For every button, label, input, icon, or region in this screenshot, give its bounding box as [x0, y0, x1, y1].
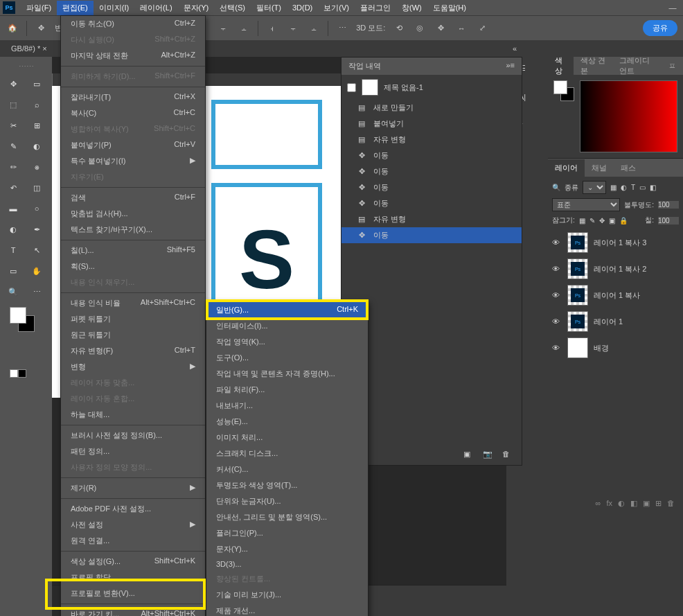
filter-type-icon[interactable]: T — [631, 184, 635, 191]
layer-row[interactable]: 👁배경 — [548, 335, 683, 361]
blend-mode-select[interactable]: 표준 — [552, 198, 620, 211]
visibility-icon[interactable]: 👁 — [552, 265, 562, 273]
tab-gradients[interactable]: 그레이디언트 — [612, 52, 662, 80]
menu-item[interactable]: 특수 붙여넣기(I)▶ — [61, 153, 205, 169]
menu-item[interactable]: 스크래치 디스크... — [206, 446, 368, 461]
menu-item[interactable]: 패턴 정의... — [61, 443, 205, 459]
delete-layer-icon[interactable]: 🗑 — [667, 499, 675, 508]
frame-tool[interactable]: ⊞ — [26, 117, 47, 134]
lock-paint-icon[interactable]: ✎ — [589, 217, 595, 225]
menu-filter[interactable]: 필터(T) — [251, 1, 287, 15]
menu-item[interactable]: 칠(L)...Shift+F5 — [61, 243, 205, 258]
tab-layers[interactable]: 레이어 — [548, 159, 585, 177]
menu-item[interactable]: 이동 취소(O)Ctrl+Z — [61, 16, 205, 32]
lock-artboard-icon[interactable]: ▣ — [609, 217, 615, 225]
menu-item[interactable]: 복사(C)Ctrl+C — [61, 105, 205, 121]
lock-trans-icon[interactable]: ▦ — [579, 217, 585, 225]
stamp-tool[interactable]: ⎈ — [26, 159, 47, 175]
filter-pixel-icon[interactable]: ▦ — [610, 184, 617, 191]
menu-item[interactable]: 브러시 사전 설정 정의(B)... — [61, 428, 205, 443]
group-icon[interactable]: ▣ — [643, 499, 650, 508]
menu-item[interactable]: 커서(C)... — [206, 461, 368, 477]
menu-item[interactable]: 파일 처리(F)... — [206, 382, 368, 398]
opacity-input[interactable] — [658, 201, 679, 209]
menu-item[interactable]: 붙여넣기(P)Ctrl+V — [61, 137, 205, 153]
more-icon[interactable]: ⋯ — [335, 21, 349, 35]
menu-item[interactable]: 자유 변형(F)Ctrl+T — [61, 343, 205, 359]
crop-tool[interactable]: ✂ — [3, 117, 24, 134]
menu-item[interactable]: 사전 설정▶ — [61, 517, 205, 533]
menu-help[interactable]: 도움말(H) — [427, 1, 472, 15]
menu-item[interactable]: 내보내기... — [206, 398, 368, 414]
history-item[interactable]: ✥이동 — [342, 179, 522, 195]
filter-shape-icon[interactable]: ▭ — [639, 184, 646, 191]
history-item[interactable]: ▤자유 변형 — [342, 132, 522, 148]
menu-item[interactable]: 단위와 눈금자(U)... — [206, 493, 368, 509]
3d-slide-icon[interactable]: ↔ — [454, 21, 468, 35]
menu-item[interactable]: 제거(R)▶ — [61, 480, 205, 496]
menu-item[interactable]: 퍼펫 뒤틀기 — [61, 311, 205, 327]
menu-item[interactable]: 원격 연결... — [61, 533, 205, 549]
menu-view[interactable]: 보기(V) — [318, 1, 355, 15]
layer-row[interactable]: 👁레이어 1 복사 — [548, 282, 683, 308]
menu-item[interactable]: 색상 설정(G)...Shift+Ctrl+K — [61, 554, 205, 570]
default-colors[interactable] — [10, 369, 49, 379]
zoom-tool[interactable]: 🔍 — [3, 283, 24, 300]
fill-input[interactable] — [658, 217, 679, 225]
panel-collapse-icon[interactable]: « — [513, 44, 517, 53]
menu-type[interactable]: 문자(Y) — [178, 1, 215, 15]
layer-thumb[interactable] — [567, 258, 588, 279]
menu-item[interactable]: 내용 인식 비율Alt+Shift+Ctrl+C — [61, 295, 205, 311]
fg-swatch[interactable] — [553, 80, 567, 94]
snapshot-checkbox[interactable] — [347, 83, 356, 92]
layer-thumb[interactable] — [567, 285, 588, 306]
layer-row[interactable]: 👁레이어 1 복사 2 — [548, 256, 683, 282]
menu-image[interactable]: 이미지(I) — [94, 1, 134, 15]
move-tool[interactable]: ✥ — [3, 76, 24, 92]
home-icon[interactable]: 🏠 — [6, 21, 19, 35]
panel-menu-icon[interactable]: »≡ — [506, 61, 515, 71]
menu-item[interactable]: 안내선, 그리드 및 분할 영역(S)... — [206, 509, 368, 525]
menu-item[interactable]: 변형▶ — [61, 359, 205, 375]
menu-window[interactable]: 창(W) — [396, 1, 427, 15]
3d-orbit-icon[interactable]: ⟲ — [392, 21, 406, 35]
menu-item[interactable]: 투명도와 색상 영역(T)... — [206, 477, 368, 493]
menu-item[interactable]: Adobe PDF 사전 설정... — [61, 501, 205, 517]
menu-item[interactable]: 이미지 처리... — [206, 430, 368, 446]
menu-item[interactable]: 인터페이스(I)... — [206, 318, 368, 334]
color-swatches[interactable] — [10, 307, 37, 335]
share-button[interactable]: 공유 — [643, 20, 677, 36]
layer-row[interactable]: 👁레이어 1 복사 3 — [548, 229, 683, 256]
filter-adjustment-icon[interactable]: ◐ — [621, 184, 627, 191]
menu-item[interactable]: 도구(O)... — [206, 350, 368, 366]
menu-select[interactable]: 선택(S) — [214, 1, 251, 15]
menu-item[interactable]: 프로필로 변환(V)... — [61, 586, 205, 601]
menu-item[interactable]: 문자(Y)... — [206, 541, 368, 557]
hand-tool[interactable]: ✋ — [26, 263, 47, 279]
pen-tool[interactable]: ✒ — [26, 221, 47, 238]
layer-row[interactable]: 👁레이어 1 — [548, 308, 683, 335]
3d-zoom-icon[interactable]: ⤢ — [475, 21, 489, 35]
mask-icon[interactable]: ◐ — [618, 499, 625, 508]
foreground-swatch[interactable] — [10, 307, 26, 324]
menu-item[interactable]: 일반(G)...Ctrl+K — [206, 302, 368, 318]
brush-tool[interactable]: ✏ — [3, 159, 24, 175]
visibility-icon[interactable]: 👁 — [552, 291, 562, 299]
new-doc-from-state-icon[interactable]: ▣ — [463, 450, 476, 461]
menu-item[interactable]: 작업 영역(K)... — [206, 334, 368, 350]
menu-item[interactable]: 검색Ctrl+F — [61, 190, 205, 206]
history-brush-tool[interactable]: ↶ — [3, 179, 24, 196]
gradient-tool[interactable]: ▬ — [3, 200, 24, 217]
menu-layer[interactable]: 레이어(L) — [134, 1, 177, 15]
dodge-tool[interactable]: ◐ — [3, 221, 24, 238]
shape-tool[interactable]: ▭ — [3, 263, 24, 279]
eraser-tool[interactable]: ◫ — [26, 179, 47, 196]
layer-thumb[interactable] — [567, 311, 588, 332]
menu-item[interactable]: 제품 개선... — [206, 603, 368, 616]
menu-item[interactable]: 텍스트 찾기/바꾸기(X)... — [61, 222, 205, 238]
tab-swatches[interactable]: 색상 견본 — [574, 52, 612, 80]
3d-roll-icon[interactable]: ◎ — [413, 21, 427, 35]
edit-toolbar[interactable]: ⋯ — [26, 283, 47, 300]
distribute-icon[interactable]: ⫟ — [286, 21, 300, 35]
marquee-tool[interactable]: ⬚ — [3, 96, 24, 113]
